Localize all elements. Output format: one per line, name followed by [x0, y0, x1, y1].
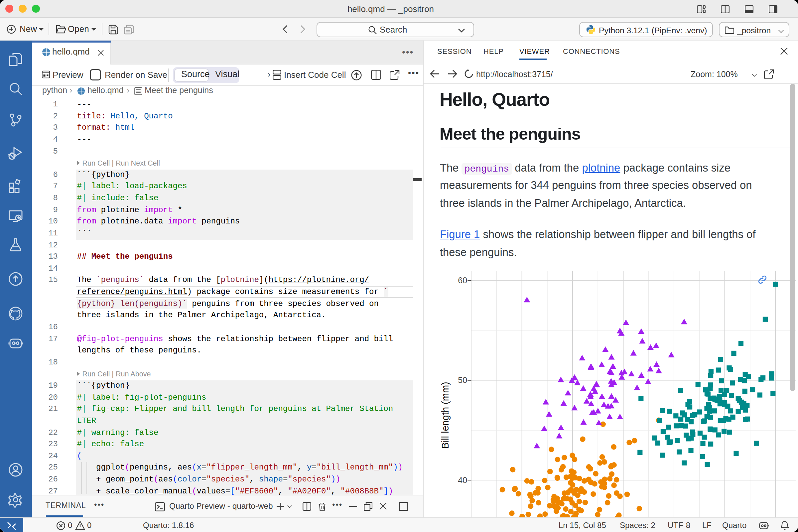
- svg-text:Bill length (mm): Bill length (mm): [440, 382, 450, 449]
- svg-text:40: 40: [457, 475, 467, 485]
- svg-text:50: 50: [457, 375, 467, 385]
- svg-text:60: 60: [457, 276, 467, 285]
